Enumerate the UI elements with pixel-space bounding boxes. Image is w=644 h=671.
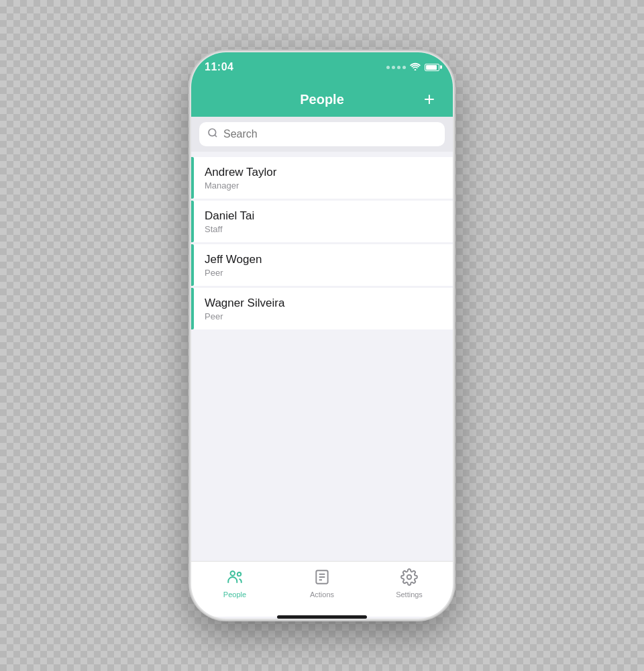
person-role: Staff — [205, 224, 254, 234]
search-input[interactable] — [223, 128, 437, 140]
svg-line-2 — [215, 135, 217, 137]
settings-tab-icon — [400, 568, 418, 588]
phone-shell: 11:04 People + — [191, 52, 453, 619]
svg-point-9 — [407, 575, 412, 580]
search-wrapper — [199, 122, 445, 146]
tab-actions[interactable]: Actions — [278, 568, 366, 599]
wifi-icon — [410, 62, 421, 72]
add-person-button[interactable]: + — [419, 89, 439, 109]
svg-point-4 — [237, 572, 241, 576]
tab-people[interactable]: People — [191, 568, 278, 599]
status-icons — [386, 62, 439, 72]
list-item[interactable]: Wagner Silveira Peer — [191, 288, 453, 329]
person-info: Wagner Silveira Peer — [194, 288, 295, 329]
nav-bar: People + — [191, 82, 453, 117]
person-info: Daniel Tai Staff — [194, 201, 265, 242]
list-item[interactable]: Daniel Tai Staff — [191, 201, 453, 242]
person-info: Jeff Wogen Peer — [194, 244, 272, 286]
home-indicator — [277, 615, 367, 619]
nav-title: People — [225, 92, 419, 107]
battery-icon — [425, 64, 439, 71]
people-tab-icon — [226, 568, 244, 588]
list-item[interactable]: Andrew Taylor Manager — [191, 157, 453, 199]
actions-tab-icon — [313, 568, 331, 588]
status-time: 11:04 — [205, 61, 233, 73]
tab-people-label: People — [223, 590, 246, 599]
content-area: Andrew Taylor Manager Daniel Tai Staff J… — [191, 152, 453, 561]
person-name: Jeff Wogen — [205, 253, 262, 266]
person-name: Andrew Taylor — [205, 166, 276, 179]
people-list: Andrew Taylor Manager Daniel Tai Staff J… — [191, 152, 453, 336]
tab-settings[interactable]: Settings — [366, 568, 453, 599]
empty-space — [191, 336, 453, 561]
list-item[interactable]: Jeff Wogen Peer — [191, 244, 453, 286]
tab-bar: People Actions Settings — [191, 561, 453, 617]
person-info: Andrew Taylor Manager — [194, 157, 287, 199]
svg-point-0 — [415, 69, 417, 70]
svg-point-3 — [231, 571, 235, 576]
tab-settings-label: Settings — [396, 590, 423, 599]
search-bar — [191, 117, 453, 152]
signal-dots-icon — [386, 66, 406, 69]
person-name: Daniel Tai — [205, 209, 254, 223]
svg-point-1 — [209, 129, 216, 136]
search-icon — [207, 127, 218, 141]
status-bar: 11:04 — [191, 52, 453, 82]
person-role: Peer — [205, 268, 262, 278]
tab-actions-label: Actions — [310, 590, 334, 599]
person-role: Manager — [205, 180, 276, 191]
person-name: Wagner Silveira — [205, 297, 284, 310]
person-role: Peer — [205, 311, 284, 321]
